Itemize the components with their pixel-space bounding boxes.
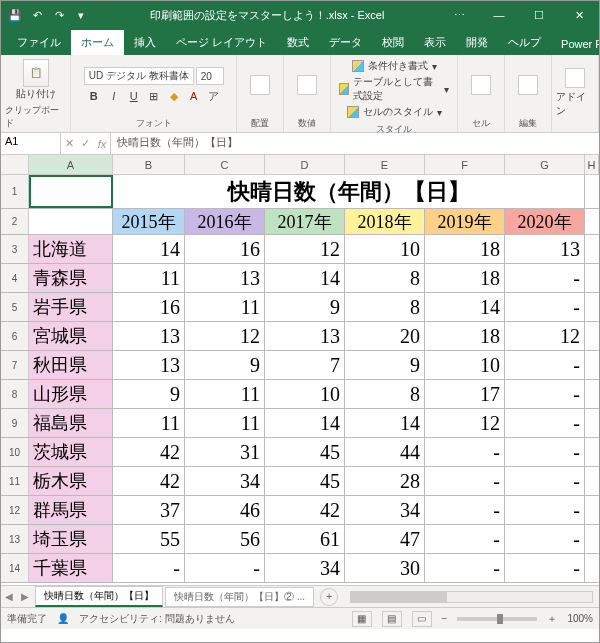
data-cell[interactable]: 14 — [265, 264, 345, 292]
data-cell[interactable]: - — [505, 351, 585, 379]
data-cell[interactable]: - — [505, 525, 585, 553]
qat-more-icon[interactable]: ▾ — [73, 7, 89, 23]
data-cell[interactable]: 10 — [425, 351, 505, 379]
formula-input[interactable]: 快晴日数（年間）【日】 — [111, 133, 599, 154]
row-header[interactable]: 12 — [1, 496, 29, 524]
data-cell[interactable]: 34 — [345, 496, 425, 524]
col-header-E[interactable]: E — [345, 155, 425, 174]
row-header[interactable]: 14 — [1, 554, 29, 582]
col-header-C[interactable]: C — [185, 155, 265, 174]
row-header[interactable]: 8 — [1, 380, 29, 408]
data-cell[interactable]: 45 — [265, 467, 345, 495]
data-cell[interactable]: - — [505, 467, 585, 495]
save-icon[interactable]: 💾 — [7, 7, 23, 23]
conditional-formatting-button[interactable]: 条件付き書式 ▾ — [352, 59, 437, 73]
data-cell[interactable]: 10 — [345, 235, 425, 263]
undo-icon[interactable]: ↶ — [29, 7, 45, 23]
data-cell[interactable]: 34 — [265, 554, 345, 582]
sheet-tab-2[interactable]: 快晴日数（年間）【日】② ... — [165, 587, 314, 607]
row-header[interactable]: 10 — [1, 438, 29, 466]
data-cell[interactable]: 9 — [113, 380, 185, 408]
data-cell[interactable]: - — [505, 409, 585, 437]
data-cell[interactable]: 13 — [185, 264, 265, 292]
tab-formulas[interactable]: 数式 — [277, 30, 319, 55]
year-header[interactable]: 2015年 — [113, 209, 185, 234]
data-cell[interactable]: 46 — [185, 496, 265, 524]
year-header[interactable]: 2020年 — [505, 209, 585, 234]
cell-styles-button[interactable]: セルのスタイル ▾ — [347, 105, 442, 119]
redo-icon[interactable]: ↷ — [51, 7, 67, 23]
data-cell[interactable]: 31 — [185, 438, 265, 466]
row-header[interactable]: 11 — [1, 467, 29, 495]
select-all-corner[interactable] — [1, 155, 29, 174]
number-icon[interactable] — [297, 75, 317, 95]
name-box[interactable]: A1 — [1, 133, 61, 154]
data-cell[interactable]: - — [425, 496, 505, 524]
data-cell[interactable]: 12 — [265, 235, 345, 263]
tab-view[interactable]: 表示 — [414, 30, 456, 55]
prefecture-cell[interactable]: 宮城県 — [29, 322, 113, 350]
col-header-D[interactable]: D — [265, 155, 345, 174]
prefecture-cell[interactable]: 北海道 — [29, 235, 113, 263]
prefecture-cell[interactable]: 秋田県 — [29, 351, 113, 379]
data-cell[interactable]: 7 — [265, 351, 345, 379]
data-cell[interactable]: 8 — [345, 264, 425, 292]
prefecture-cell[interactable]: 山形県 — [29, 380, 113, 408]
data-cell[interactable]: 14 — [113, 235, 185, 263]
data-cell[interactable]: 61 — [265, 525, 345, 553]
prefecture-cell[interactable]: 埼玉県 — [29, 525, 113, 553]
data-cell[interactable]: - — [425, 525, 505, 553]
cancel-formula-icon[interactable]: ✕ — [65, 137, 74, 150]
data-cell[interactable]: - — [505, 438, 585, 466]
data-cell[interactable]: - — [425, 467, 505, 495]
maximize-icon[interactable]: ☐ — [519, 1, 559, 29]
data-cell[interactable]: 18 — [425, 322, 505, 350]
data-cell[interactable]: 45 — [265, 438, 345, 466]
prefecture-cell[interactable]: 群馬県 — [29, 496, 113, 524]
data-cell[interactable]: - — [425, 554, 505, 582]
col-header-A[interactable]: A — [29, 155, 113, 174]
data-cell[interactable]: 42 — [265, 496, 345, 524]
tab-developer[interactable]: 開発 — [456, 30, 498, 55]
data-cell[interactable]: 47 — [345, 525, 425, 553]
data-cell[interactable]: 13 — [265, 322, 345, 350]
data-cell[interactable]: - — [505, 264, 585, 292]
tab-insert[interactable]: 挿入 — [124, 30, 166, 55]
row-header[interactable]: 5 — [1, 293, 29, 321]
zoom-slider[interactable] — [457, 617, 537, 621]
data-cell[interactable]: 12 — [425, 409, 505, 437]
col-header-G[interactable]: G — [505, 155, 585, 174]
data-cell[interactable]: - — [505, 496, 585, 524]
close-icon[interactable]: ✕ — [559, 1, 599, 29]
data-cell[interactable]: 14 — [265, 409, 345, 437]
fill-color-button[interactable]: ◆ — [165, 87, 183, 105]
italic-button[interactable]: I — [105, 87, 123, 105]
row-header[interactable]: 2 — [1, 209, 29, 234]
data-cell[interactable]: 56 — [185, 525, 265, 553]
data-cell[interactable]: 44 — [345, 438, 425, 466]
year-header[interactable]: 2018年 — [345, 209, 425, 234]
prefecture-cell[interactable]: 千葉県 — [29, 554, 113, 582]
data-cell[interactable]: 18 — [425, 235, 505, 263]
fx-icon[interactable]: fx — [98, 138, 107, 150]
data-cell[interactable]: 13 — [113, 351, 185, 379]
tab-power-pivot[interactable]: Power Pivot — [551, 33, 600, 55]
data-cell[interactable]: 11 — [185, 293, 265, 321]
data-cell[interactable]: 37 — [113, 496, 185, 524]
data-cell[interactable]: 42 — [113, 467, 185, 495]
cell-A1[interactable] — [29, 175, 113, 208]
row-header[interactable]: 9 — [1, 409, 29, 437]
tab-home[interactable]: ホーム — [71, 30, 124, 55]
page-layout-view-button[interactable]: ▤ — [382, 611, 402, 627]
col-header-B[interactable]: B — [113, 155, 185, 174]
data-cell[interactable]: 12 — [185, 322, 265, 350]
paste-icon[interactable]: 📋 — [23, 59, 49, 87]
data-cell[interactable]: 12 — [505, 322, 585, 350]
tab-review[interactable]: 校閲 — [372, 30, 414, 55]
data-cell[interactable]: - — [425, 438, 505, 466]
editing-icon[interactable] — [518, 75, 538, 95]
font-size-select[interactable]: 20 — [196, 67, 224, 85]
prefecture-cell[interactable]: 福島県 — [29, 409, 113, 437]
data-cell[interactable]: 30 — [345, 554, 425, 582]
data-cell[interactable]: 11 — [185, 380, 265, 408]
